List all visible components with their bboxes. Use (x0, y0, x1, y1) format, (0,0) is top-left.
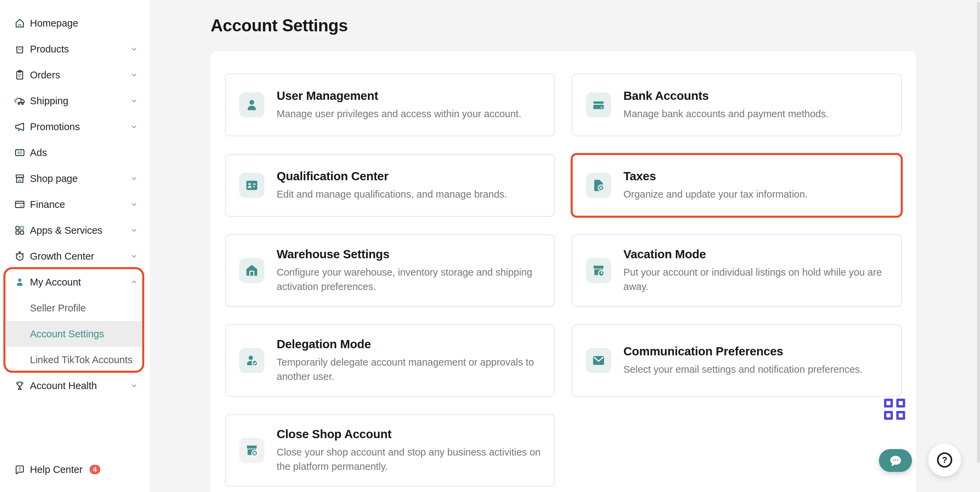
help-center-badge: 4 (89, 465, 100, 474)
tile-title: Close Shop Account (277, 427, 541, 441)
orders-icon (14, 69, 26, 81)
sidebar-item-shipping[interactable]: Shipping (0, 88, 150, 114)
tile-warehouse-settings[interactable]: Warehouse Settings Configure your wareho… (225, 235, 555, 307)
tile-description: Put your account or individual listings … (624, 265, 888, 294)
tile-text: Qualification Center Edit and manage qua… (277, 169, 507, 201)
tile-text: Communication Preferences Select your em… (624, 345, 862, 377)
sidebar-item-shop-page[interactable]: Shop page (0, 166, 150, 192)
apps-services-icon (14, 224, 26, 236)
tile-user-management[interactable]: User Management Manage user privileges a… (225, 73, 555, 136)
help-center-icon: ? (14, 463, 26, 476)
svg-text:AD: AD (17, 150, 22, 155)
qualification-center-icon (239, 173, 264, 198)
sidebar-item-help-center[interactable]: ? Help Center 4 (0, 457, 150, 482)
sidebar-item-label: Homepage (30, 18, 78, 29)
tile-description: Close your shop account and stop any bus… (277, 445, 541, 474)
sidebar-item-label: Promotions (30, 121, 80, 133)
sidebar-item-label: Growth Center (30, 251, 94, 262)
tile-title: User Management (277, 89, 521, 102)
tile-title: Bank Accounts (624, 89, 829, 102)
tile-bank-accounts[interactable]: Bank Accounts Manage bank accounts and p… (572, 73, 902, 136)
sidebar-item-linked-tiktok-accounts[interactable]: Linked TikTok Accounts (0, 347, 150, 373)
tile-description: Edit and manage qualifications, and mana… (277, 187, 507, 201)
chevron-down-icon (130, 71, 138, 79)
tile-text: Vacation Mode Put your account or indivi… (624, 248, 888, 294)
sidebar-item-seller-profile[interactable]: Seller Profile (0, 295, 150, 321)
chevron-down-icon (130, 252, 138, 260)
tile-description: Configure your warehouse, inventory stor… (277, 265, 541, 294)
user-management-icon (239, 92, 264, 118)
help-center-label: Help Center (30, 464, 83, 475)
empty-grid-cell (572, 414, 902, 487)
sidebar-item-label: Apps & Services (30, 225, 102, 236)
tile-communication-preferences[interactable]: Communication Preferences Select your em… (572, 324, 902, 396)
sidebar-item-my-account[interactable]: My Account (0, 269, 150, 295)
sidebar-item-account-health[interactable]: Account Health (0, 373, 150, 399)
communication-preferences-icon (586, 348, 611, 373)
sidebar-item-growth-center[interactable]: Growth Center (0, 243, 150, 269)
chevron-down-icon (130, 123, 138, 131)
sidebar-item-finance[interactable]: Finance (0, 192, 150, 217)
taxes-icon (586, 173, 611, 198)
sidebar-item-orders[interactable]: Orders (0, 62, 150, 88)
question-mark-icon: ? (935, 450, 955, 470)
main-content: Account Settings User Management Manage … (150, 0, 980, 492)
tile-title: Warehouse Settings (277, 248, 541, 261)
tile-title: Delegation Mode (277, 337, 541, 351)
products-icon (14, 43, 26, 55)
sidebar: Homepage Products Orders Shipping Promot… (0, 0, 150, 492)
tile-delegation-mode[interactable]: Delegation Mode Temporarily delegate acc… (225, 324, 555, 396)
sidebar-subitem-label: Account Settings (30, 329, 104, 340)
sidebar-item-products[interactable]: Products (0, 36, 150, 62)
tile-description: Manage user privileges and access within… (277, 107, 521, 121)
sidebar-item-label: Products (30, 44, 69, 55)
tile-close-shop-account[interactable]: Close Shop Account Close your shop accou… (225, 414, 555, 487)
settings-card-container: User Management Manage user privileges a… (211, 51, 916, 492)
home-icon (14, 17, 26, 29)
tile-taxes[interactable]: Taxes Organize and update your tax infor… (572, 154, 902, 217)
sidebar-item-label: Orders (30, 70, 60, 81)
warehouse-settings-icon (239, 258, 264, 283)
settings-tile-grid: User Management Manage user privileges a… (225, 73, 902, 487)
sidebar-item-homepage[interactable]: Homepage (0, 10, 150, 36)
sidebar-subitem-label: Seller Profile (30, 303, 86, 314)
my-account-icon (14, 276, 26, 288)
tile-description: Temporarily delegate account management … (277, 355, 541, 383)
svg-text:?: ? (942, 455, 947, 465)
sidebar-item-label: Shipping (30, 96, 68, 107)
bank-accounts-icon (586, 92, 611, 118)
chevron-down-icon (130, 45, 138, 53)
finance-icon (14, 198, 26, 211)
tile-text: Delegation Mode Temporarily delegate acc… (277, 337, 541, 383)
tile-title: Qualification Center (277, 169, 507, 183)
sidebar-item-ads[interactable]: AD Ads (0, 140, 150, 166)
sidebar-item-label: Ads (30, 147, 47, 158)
tile-description: Select your email settings and notificat… (624, 362, 862, 377)
tile-text: Taxes Organize and update your tax infor… (624, 169, 808, 201)
shipping-icon (14, 95, 26, 107)
grid-marker-icon (884, 399, 905, 420)
chevron-down-icon (130, 382, 138, 390)
chevron-down-icon (130, 174, 138, 183)
tile-vacation-mode[interactable]: Vacation Mode Put your account or indivi… (572, 235, 902, 307)
tile-text: User Management Manage user privileges a… (277, 89, 521, 121)
chat-bubble-icon (888, 453, 904, 468)
sidebar-item-apps-services[interactable]: Apps & Services (0, 217, 150, 243)
tile-title: Communication Preferences (624, 345, 862, 358)
tile-qualification-center[interactable]: Qualification Center Edit and manage qua… (225, 154, 555, 217)
help-button[interactable]: ? (928, 444, 961, 476)
sidebar-item-label: Account Health (30, 380, 97, 391)
close-shop-account-icon (239, 438, 264, 463)
tile-text: Close Shop Account Close your shop accou… (277, 427, 541, 474)
chat-button[interactable] (879, 449, 912, 472)
shop-page-icon (14, 173, 26, 185)
sidebar-item-account-settings[interactable]: Account Settings (6, 321, 143, 347)
sidebar-item-promotions[interactable]: Promotions (0, 114, 150, 140)
vacation-mode-icon (586, 258, 611, 283)
chevron-up-icon (130, 278, 138, 286)
sidebar-item-label: Shop page (30, 173, 78, 184)
sidebar-item-label: Finance (30, 199, 65, 210)
vertical-scrollbar[interactable] (977, 2, 980, 463)
chevron-down-icon (130, 97, 138, 105)
delegation-mode-icon (239, 348, 264, 373)
